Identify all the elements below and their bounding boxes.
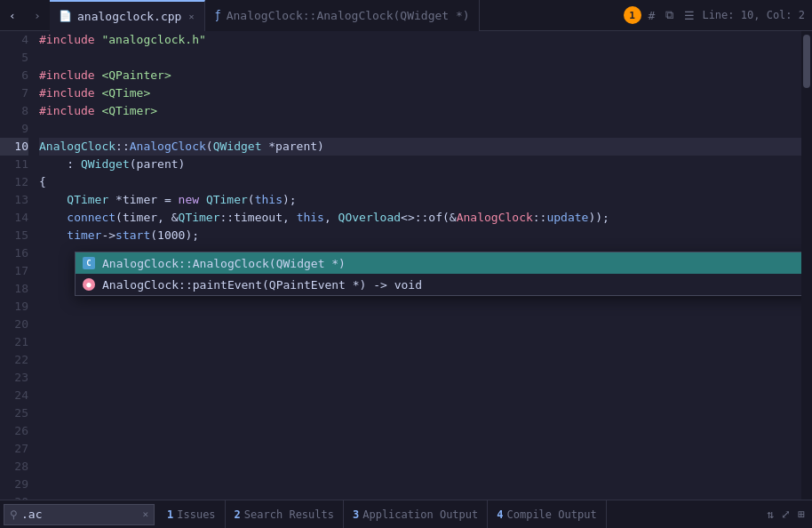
- autocomplete-item-paint[interactable]: ● AnalogClock::paintEvent(QPaintEvent *)…: [76, 274, 801, 295]
- search-results-label: Search Results: [244, 508, 334, 521]
- ln-22: 22: [0, 351, 28, 369]
- split-icon[interactable]: ⧉: [662, 8, 677, 22]
- code-line-5: [39, 49, 801, 67]
- code-line-26: [39, 422, 801, 440]
- ac-paint-label: AnalogClock::paintEvent(QPaintEvent *) -…: [102, 278, 422, 292]
- code-line-11: : QWidget(parent): [39, 156, 801, 173]
- search-icon: ⚲: [10, 508, 18, 521]
- ln-11: 11: [0, 156, 28, 173]
- tab-right-controls: 1 # ⧉ ☰ Line: 10, Col: 2: [617, 6, 812, 24]
- func-icon: ƒ: [214, 9, 220, 21]
- bottom-tab-issues[interactable]: 1 Issues: [158, 500, 226, 528]
- ln-6: 6: [0, 67, 28, 84]
- bottom-tab-compile-output[interactable]: 4 Compile Output: [488, 500, 606, 528]
- search-bar[interactable]: ⚲ .ac ✕: [4, 504, 155, 525]
- compile-output-num: 4: [497, 508, 503, 521]
- badge-indicator: 1: [624, 6, 641, 24]
- panel-layout-icon[interactable]: ⇅: [767, 508, 774, 521]
- code-line-4: #include "analogclock.h": [39, 31, 801, 49]
- bottom-panel: ⚲ .ac ✕ 1 Issues 2 Search Results 3 Appl…: [0, 500, 812, 528]
- ln-20: 20: [0, 316, 28, 333]
- nav-forward-button[interactable]: ›: [25, 0, 50, 31]
- vertical-scrollbar[interactable]: [801, 31, 812, 500]
- ln-9: 9: [0, 120, 28, 138]
- ln-24: 24: [0, 387, 28, 404]
- ln-30: 30: [0, 493, 28, 500]
- ln-7: 7: [0, 84, 28, 102]
- issues-num: 1: [167, 508, 173, 521]
- ln-14: 14: [0, 209, 28, 227]
- code-line-12: {: [39, 173, 801, 191]
- code-line-14: connect(timer, &QTimer::timeout, this, Q…: [39, 209, 801, 227]
- code-line-20: [39, 316, 801, 333]
- ac-paint-icon: ●: [83, 278, 95, 291]
- panel-undock-icon[interactable]: ⤢: [781, 508, 791, 521]
- issues-label: Issues: [177, 508, 215, 521]
- code-line-8: #include <QTimer>: [39, 102, 801, 120]
- autocomplete-item-constructor[interactable]: C AnalogClock::AnalogClock(QWidget *): [76, 252, 801, 274]
- bottom-tab-application-output[interactable]: 3 Application Output: [344, 500, 488, 528]
- code-line-24: [39, 387, 801, 404]
- tab-label: analogclock.cpp: [77, 10, 181, 23]
- ln-25: 25: [0, 404, 28, 422]
- ln-4: 4: [0, 31, 28, 49]
- search-clear-button[interactable]: ✕: [142, 508, 148, 520]
- tab-analogclock-cpp[interactable]: 📄 analogclock.cpp ✕: [50, 0, 205, 31]
- ac-constructor-icon: C: [83, 257, 95, 269]
- line-numbers: 4 5 6 7 8 9 10 11 12 13 14 15 16 17 18 1…: [0, 31, 36, 500]
- search-input[interactable]: .ac: [21, 508, 139, 521]
- ln-12: 12: [0, 173, 28, 191]
- code-line-28: [39, 458, 801, 476]
- ln-18: 18: [0, 280, 28, 298]
- scrollbar-thumb[interactable]: [803, 35, 810, 88]
- code-line-10: AnalogClock::AnalogClock(QWidget *parent…: [39, 138, 801, 156]
- ln-15: 15: [0, 227, 28, 244]
- ln-16: 16: [0, 244, 28, 262]
- app-output-num: 3: [353, 508, 359, 521]
- ln-19: 19: [0, 298, 28, 316]
- code-line-22: [39, 351, 801, 369]
- layout-icon[interactable]: ☰: [681, 9, 698, 22]
- code-line-6: #include <QPainter>: [39, 67, 801, 84]
- code-area[interactable]: #include "analogclock.h" #include <QPain…: [36, 31, 801, 500]
- ln-26: 26: [0, 422, 28, 440]
- code-line-15: timer->start(1000);: [39, 227, 801, 244]
- ln-21: 21: [0, 333, 28, 351]
- code-line-9: [39, 120, 801, 138]
- editor-container: 4 5 6 7 8 9 10 11 12 13 14 15 16 17 18 1…: [0, 31, 812, 500]
- cpp-file-icon: 📄: [59, 10, 72, 22]
- compile-output-label: Compile Output: [507, 508, 597, 521]
- ln-28: 28: [0, 458, 28, 476]
- ln-27: 27: [0, 440, 28, 458]
- autocomplete-popup[interactable]: C AnalogClock::AnalogClock(QWidget *) ● …: [75, 252, 801, 296]
- tab-analogclock-func[interactable]: ƒ AnalogClock::AnalogClock(QWidget *): [205, 0, 479, 31]
- line-col-info: Line: 10, Col: 2: [702, 9, 805, 21]
- search-results-num: 2: [235, 508, 241, 521]
- bottom-tabs: 1 Issues 2 Search Results 3 Application …: [158, 500, 760, 528]
- bottom-tab-search-results[interactable]: 2 Search Results: [226, 500, 344, 528]
- ln-8: 8: [0, 102, 28, 120]
- nav-back-button[interactable]: ‹: [0, 0, 25, 31]
- hash-icon: #: [645, 9, 659, 22]
- ln-29: 29: [0, 476, 28, 493]
- ln-17: 17: [0, 262, 28, 280]
- code-line-30: [39, 493, 801, 500]
- code-line-29: [39, 476, 801, 493]
- ln-23: 23: [0, 369, 28, 387]
- code-line-19: [39, 298, 801, 316]
- code-line-23: [39, 369, 801, 387]
- code-line-21: [39, 333, 801, 351]
- code-line-7: #include <QTime>: [39, 84, 801, 102]
- panel-close-icon[interactable]: ⊞: [798, 508, 805, 521]
- tab-bar: ‹ › 📄 analogclock.cpp ✕ ƒ AnalogClock::A…: [0, 0, 812, 31]
- tab-label: AnalogClock::AnalogClock(QWidget *): [227, 9, 470, 22]
- code-line-13: QTimer *timer = new QTimer(this);: [39, 191, 801, 209]
- app-output-label: Application Output: [362, 508, 478, 521]
- ln-13: 13: [0, 191, 28, 209]
- ln-10: 10: [0, 138, 28, 156]
- ac-constructor-label: AnalogClock::AnalogClock(QWidget *): [102, 257, 346, 270]
- ln-5: 5: [0, 49, 28, 67]
- code-line-27: [39, 440, 801, 458]
- tab-close-button[interactable]: ✕: [187, 10, 195, 23]
- bottom-right-controls: ⇅ ⤢ ⊞: [760, 508, 812, 521]
